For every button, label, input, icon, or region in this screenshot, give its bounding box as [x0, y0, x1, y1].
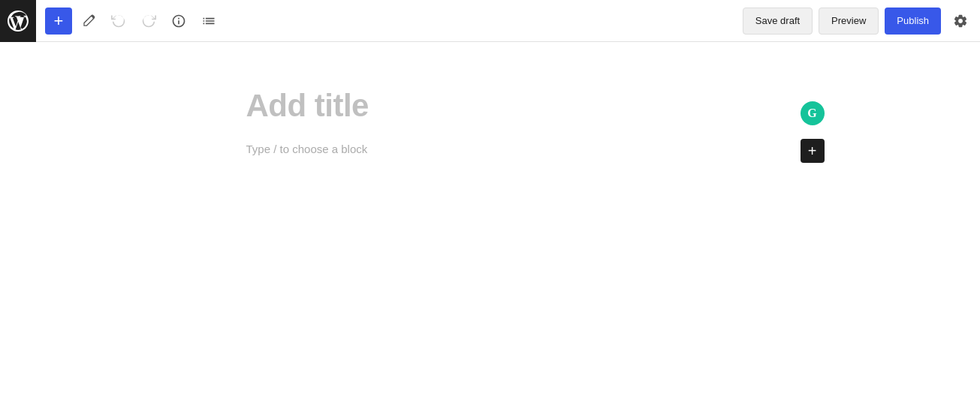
- title-placeholder[interactable]: Add title: [246, 87, 734, 125]
- editor-content: Add title Type / to choose a block G +: [246, 87, 734, 155]
- list-view-icon: [201, 14, 216, 29]
- block-area: Type / to choose a block G +: [246, 143, 734, 155]
- preview-button[interactable]: Preview: [819, 8, 879, 35]
- redo-icon: [141, 14, 156, 29]
- wp-logo-icon: [8, 11, 29, 32]
- toolbar-left: +: [6, 0, 743, 42]
- gear-icon: [953, 14, 968, 29]
- publish-button[interactable]: Publish: [885, 8, 941, 35]
- toolbar-right: Save draft Preview Publish: [743, 8, 974, 35]
- undo-icon: [111, 14, 126, 29]
- grammarly-letter: G: [807, 107, 816, 120]
- info-button[interactable]: [165, 8, 192, 35]
- save-draft-button[interactable]: Save draft: [743, 8, 813, 35]
- add-block-button[interactable]: +: [45, 8, 72, 35]
- grammarly-icon[interactable]: G: [801, 101, 825, 125]
- wordpress-logo[interactable]: [0, 0, 36, 42]
- undo-button[interactable]: [105, 8, 132, 35]
- toolbar: +: [0, 0, 980, 42]
- info-icon: [171, 14, 186, 29]
- add-block-inline-button[interactable]: +: [801, 139, 825, 163]
- block-placeholder[interactable]: Type / to choose a block: [246, 143, 734, 155]
- list-view-button[interactable]: [195, 8, 222, 35]
- tools-button[interactable]: [75, 8, 102, 35]
- pen-icon: [81, 14, 96, 29]
- title-area[interactable]: Add title: [246, 87, 734, 125]
- editor-area: Add title Type / to choose a block G +: [0, 42, 980, 406]
- redo-button[interactable]: [135, 8, 162, 35]
- settings-button[interactable]: [947, 8, 974, 35]
